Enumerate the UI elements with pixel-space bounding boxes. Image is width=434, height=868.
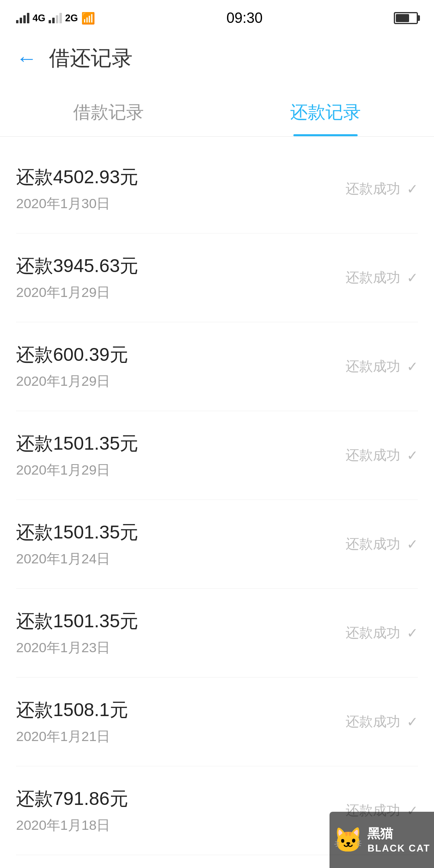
- record-info: 还款1501.35元 2020年1月29日: [16, 431, 346, 479]
- record-status: 还款成功: [346, 446, 400, 465]
- record-info: 还款1501.35元 2020年1月23日: [16, 609, 346, 657]
- record-status-area: 还款成功 ✓: [346, 712, 418, 731]
- record-item: 还款600.39元 2020年1月29日 还款成功 ✓: [16, 322, 418, 411]
- record-item: 还款1501.35元 2020年1月29日 还款成功 ✓: [16, 411, 418, 500]
- check-icon: ✓: [407, 181, 418, 197]
- wifi-icon: 📶: [81, 12, 95, 25]
- record-info: 还款791.86元 2020年1月18日: [16, 786, 346, 835]
- record-date: 2020年1月29日: [16, 372, 346, 391]
- record-info: 还款600.39元 2020年1月29日: [16, 342, 346, 391]
- battery-fill: [396, 14, 409, 22]
- network-indicators: 4G 2G 📶: [16, 12, 95, 25]
- check-icon: ✓: [407, 625, 418, 641]
- battery-area: [394, 12, 418, 24]
- record-info: 还款4502.93元 2020年1月30日: [16, 165, 346, 213]
- record-status: 还款成功: [346, 535, 400, 553]
- record-date: 2020年1月29日: [16, 283, 346, 302]
- check-icon: ✓: [407, 358, 418, 375]
- status-time: 09:30: [95, 10, 394, 27]
- record-amount: 还款1501.35元: [16, 609, 346, 634]
- battery-icon: [394, 12, 418, 24]
- check-icon: ✓: [407, 270, 418, 286]
- record-date: 2020年1月29日: [16, 461, 346, 479]
- record-item: 还款1508.1元 2020年1月21日 还款成功 ✓: [16, 678, 418, 766]
- black-cat-watermark: 🐱 黑猫 BLACK CAT: [330, 812, 434, 868]
- records-list: 还款4502.93元 2020年1月30日 还款成功 ✓ 还款3945.63元 …: [0, 145, 434, 868]
- record-status: 还款成功: [346, 180, 400, 198]
- record-status-area: 还款成功 ✓: [346, 624, 418, 642]
- record-item: 还款4502.93元 2020年1月30日 还款成功 ✓: [16, 145, 418, 233]
- signal-4g: [16, 13, 29, 23]
- record-amount: 还款1508.1元: [16, 698, 346, 723]
- header: ← 借还记录: [0, 32, 434, 84]
- record-amount: 还款791.86元: [16, 786, 346, 811]
- check-icon: ✓: [407, 714, 418, 730]
- record-status: 还款成功: [346, 268, 400, 287]
- cat-icon: 🐱: [333, 826, 363, 854]
- record-status: 还款成功: [346, 712, 400, 731]
- record-item: 还款3945.63元 2020年1月29日 还款成功 ✓: [16, 233, 418, 322]
- page-title: 借还记录: [49, 44, 133, 72]
- network-2g-label: 2G: [65, 12, 78, 24]
- signal-2g: [49, 13, 62, 23]
- record-status: 还款成功: [346, 624, 400, 642]
- record-item: 还款1501.35元 2020年1月23日 还款成功 ✓: [16, 589, 418, 678]
- check-icon: ✓: [407, 447, 418, 463]
- record-date: 2020年1月21日: [16, 727, 346, 746]
- back-button[interactable]: ←: [16, 48, 37, 69]
- record-date: 2020年1月30日: [16, 194, 346, 213]
- record-status-area: 还款成功 ✓: [346, 535, 418, 553]
- record-date: 2020年1月24日: [16, 550, 346, 568]
- record-info: 还款1508.1元 2020年1月21日: [16, 698, 346, 746]
- record-date: 2020年1月18日: [16, 816, 346, 835]
- record-status-area: 还款成功 ✓: [346, 446, 418, 465]
- record-status-area: 还款成功 ✓: [346, 357, 418, 376]
- network-4g-label: 4G: [33, 12, 45, 24]
- record-date: 2020年1月23日: [16, 639, 346, 657]
- record-info: 还款3945.63元 2020年1月29日: [16, 254, 346, 302]
- record-amount: 还款4502.93元: [16, 165, 346, 190]
- record-amount: 还款600.39元: [16, 342, 346, 367]
- record-status: 还款成功: [346, 357, 400, 376]
- status-bar: 4G 2G 📶 09:30: [0, 0, 434, 32]
- record-status-area: 还款成功 ✓: [346, 268, 418, 287]
- tab-bar: 借款记录 还款记录: [0, 84, 434, 137]
- check-icon: ✓: [407, 536, 418, 552]
- tab-borrow[interactable]: 借款记录: [0, 92, 217, 136]
- record-item: 还款1501.35元 2020年1月24日 还款成功 ✓: [16, 500, 418, 589]
- record-amount: 还款1501.35元: [16, 520, 346, 545]
- record-status-area: 还款成功 ✓: [346, 180, 418, 198]
- record-amount: 还款1501.35元: [16, 431, 346, 456]
- record-info: 还款1501.35元 2020年1月24日: [16, 520, 346, 568]
- record-amount: 还款3945.63元: [16, 254, 346, 278]
- watermark-text: 黑猫 BLACK CAT: [367, 825, 430, 855]
- tab-repay[interactable]: 还款记录: [217, 92, 434, 136]
